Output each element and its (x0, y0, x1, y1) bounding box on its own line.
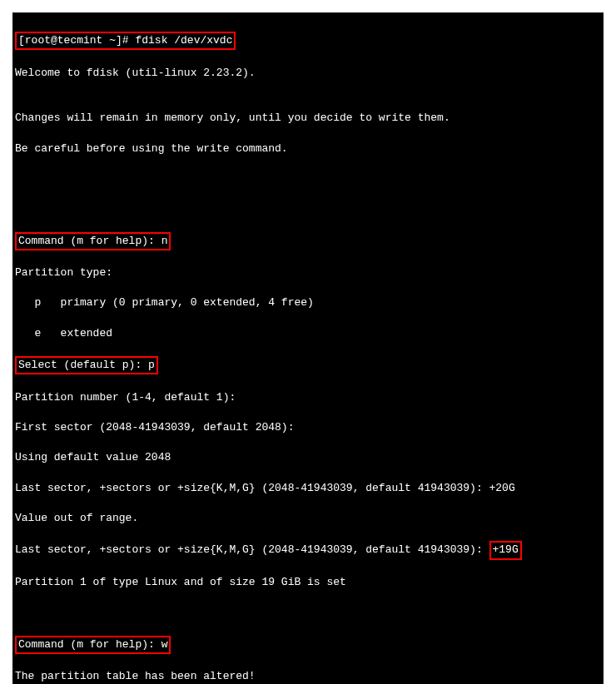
changes-line-1: Changes will remain in memory only, unti… (15, 111, 601, 126)
changes-line-2: Be careful before using the write comman… (15, 141, 601, 156)
command-n-highlight: Command (m for help): n (15, 232, 171, 250)
altered-line: The partition table has been altered! (15, 669, 601, 684)
valout-line: Value out of range. (15, 511, 601, 526)
select-line: Select (default p): p (15, 356, 601, 374)
size-highlight-19g: +19G (489, 541, 522, 559)
part1-line: Partition 1 of type Linux and of size 19… (15, 575, 601, 590)
command-n-line: Command (m for help): n (15, 232, 601, 250)
blank-line (15, 605, 601, 620)
lsector1-line: Last sector, +sectors or +size{K,M,G} (2… (15, 481, 601, 496)
blank-line (15, 171, 601, 186)
extended-line: e extended (15, 326, 601, 341)
command-w-highlight: Command (m for help): w (15, 636, 171, 654)
primary-line: p primary (0 primary, 0 extended, 4 free… (15, 295, 601, 310)
pnum-line: Partition number (1-4, default 1): (15, 390, 601, 405)
lsector2-line: Last sector, +sectors or +size{K,M,G} (2… (15, 541, 601, 559)
lsector2-text: Last sector, +sectors or +size{K,M,G} (2… (15, 543, 489, 556)
ptype-line: Partition type: (15, 265, 601, 280)
prompt-highlight: [root@tecmint ~]# fdisk /dev/xvdc (15, 32, 236, 50)
select-highlight: Select (default p): p (15, 356, 158, 374)
welcome-line: Welcome to fdisk (util-linux 2.23.2). (15, 66, 601, 81)
prompt-line: [root@tecmint ~]# fdisk /dev/xvdc (15, 32, 601, 50)
blank-line (15, 201, 601, 216)
command-w-line: Command (m for help): w (15, 636, 601, 654)
fsector-line: First sector (2048-41943039, default 204… (15, 420, 601, 435)
terminal-xvdc: [root@tecmint ~]# fdisk /dev/xvdc Welcom… (12, 12, 604, 684)
defval-line: Using default value 2048 (15, 450, 601, 465)
